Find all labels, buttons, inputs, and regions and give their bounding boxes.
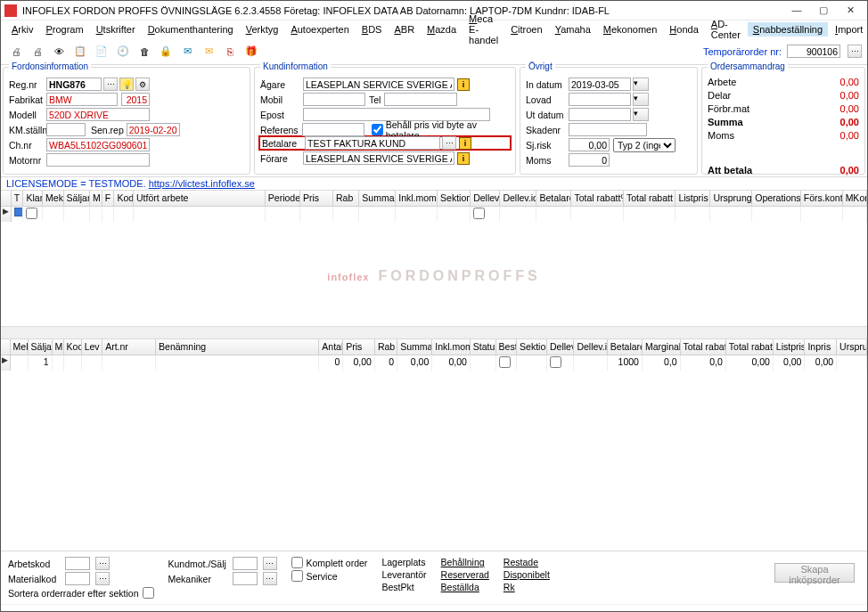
parts-col-inklmoms[interactable]: Inkl.moms bbox=[432, 339, 471, 355]
parts-col-dellev[interactable]: Dellev bbox=[547, 339, 574, 355]
work-col-sljare[interactable]: Säljare bbox=[64, 191, 90, 206]
betalare-info-button[interactable]: i bbox=[459, 137, 471, 150]
footer-behållning[interactable]: Behållning bbox=[441, 557, 485, 567]
work-col-klar[interactable]: Klar bbox=[23, 191, 43, 206]
work-col-mkor[interactable]: MKor bbox=[843, 191, 867, 206]
work-col-perioder[interactable]: Perioder bbox=[266, 191, 300, 206]
agare-info-button[interactable]: i bbox=[457, 78, 470, 91]
parts-col-antal[interactable]: Antal bbox=[319, 339, 343, 355]
work-col-sektion[interactable]: Sektion bbox=[438, 191, 471, 206]
materialkod-lookup[interactable]: ⋯ bbox=[95, 572, 110, 585]
work-col-mek[interactable]: Mek bbox=[43, 191, 64, 206]
menu-citroen[interactable]: Citroen bbox=[505, 22, 547, 37]
work-col-dellevid[interactable]: Dellev.id bbox=[500, 191, 536, 206]
temporder-lookup-button[interactable]: ⋯ bbox=[848, 45, 862, 58]
work-col-m[interactable]: M bbox=[90, 191, 102, 206]
work-col-f[interactable]: F bbox=[102, 191, 115, 206]
parts-col-dellevid[interactable]: Dellev.id bbox=[574, 339, 607, 355]
betalare-lookup-button[interactable]: ⋯ bbox=[442, 136, 456, 150]
arbetskod-lookup[interactable]: ⋯ bbox=[95, 557, 110, 570]
parts-col-sljare[interactable]: Säljare bbox=[29, 339, 53, 355]
parts-col-listpris[interactable]: Listpris bbox=[774, 339, 806, 355]
sjrisk-type-select[interactable]: Typ 2 (inger bbox=[613, 138, 676, 152]
lovad-picker-button[interactable]: ▾ bbox=[633, 93, 649, 106]
menu-utskrifter[interactable]: Utskrifter bbox=[91, 22, 141, 37]
menu-bds[interactable]: BDS bbox=[356, 22, 388, 37]
footer-rk[interactable]: Rk bbox=[504, 582, 515, 592]
sortera-checkbox[interactable] bbox=[143, 587, 154, 599]
footer-restade[interactable]: Restade bbox=[504, 557, 538, 567]
menu-verktyg[interactable]: Verktyg bbox=[241, 22, 284, 37]
parts-col-m[interactable]: M bbox=[53, 339, 64, 355]
menu-snabbeställning[interactable]: Snabbeställning bbox=[748, 22, 828, 37]
work-col-frskonto[interactable]: Förs.konto bbox=[801, 191, 843, 206]
moms-input[interactable] bbox=[569, 153, 610, 167]
mail-icon[interactable]: ✉ bbox=[199, 42, 218, 61]
mekaniker-input[interactable] bbox=[233, 572, 258, 585]
package-icon[interactable]: 🎁 bbox=[242, 42, 261, 61]
close-button[interactable]: ✕ bbox=[837, 2, 864, 20]
work-col-kod[interactable]: Kod bbox=[114, 191, 134, 206]
parts-col-mek[interactable]: Mek bbox=[11, 339, 29, 355]
lock-icon[interactable]: 🔒 bbox=[156, 42, 176, 61]
work-col-ursprung[interactable]: Ursprung bbox=[710, 191, 752, 206]
menu-yamaha[interactable]: Yamaha bbox=[550, 22, 596, 37]
referens-input[interactable] bbox=[302, 123, 364, 136]
work-col-t[interactable]: T bbox=[12, 191, 24, 206]
mobil-input[interactable] bbox=[303, 93, 365, 106]
modell-input[interactable] bbox=[46, 108, 150, 121]
parts-col-rab[interactable]: Rab bbox=[375, 339, 397, 355]
menu-mekonomen[interactable]: Mekonomen bbox=[598, 22, 663, 37]
tel-input[interactable] bbox=[384, 93, 457, 106]
menu-autoexperten[interactable]: Autoexperten bbox=[285, 22, 354, 37]
komplett-checkbox[interactable] bbox=[291, 557, 303, 568]
regnr-bulb-icon[interactable]: 💡 bbox=[119, 78, 134, 91]
work-col-totalrabattkr[interactable]: Total rabatt kr bbox=[624, 191, 676, 206]
work-col-pris[interactable]: Pris bbox=[300, 191, 333, 206]
fabrikat-input[interactable] bbox=[46, 93, 118, 106]
materialkod-input[interactable] bbox=[65, 572, 90, 585]
parts-col-pris[interactable]: Pris bbox=[343, 339, 375, 355]
regnr-input[interactable] bbox=[46, 78, 102, 91]
betalare-input[interactable] bbox=[305, 136, 440, 150]
lovad-input[interactable] bbox=[569, 93, 631, 106]
parts-col-lev[interactable]: Lev bbox=[82, 339, 103, 355]
work-col-totalrabatt[interactable]: Total rabatt% bbox=[571, 191, 623, 206]
forare-info-button[interactable]: i bbox=[457, 152, 470, 165]
menu-abr[interactable]: ABR bbox=[389, 22, 420, 37]
parts-col-benmning[interactable]: Benämning bbox=[156, 339, 319, 355]
kmstalln-input[interactable] bbox=[46, 123, 86, 136]
parts-col-best[interactable]: Best bbox=[496, 339, 518, 355]
parts-col-totalrabattkr[interactable]: Total rabatt kr bbox=[726, 339, 774, 355]
service-checkbox[interactable] bbox=[291, 570, 303, 582]
copy-icon[interactable]: 📋 bbox=[70, 42, 90, 61]
maximize-button[interactable]: ▢ bbox=[810, 2, 837, 20]
regnr-gear-icon[interactable]: ⚙ bbox=[135, 78, 150, 91]
work-col-inklmoms[interactable]: Inkl.moms bbox=[396, 191, 438, 206]
footer-beställda[interactable]: Beställda bbox=[441, 582, 479, 592]
parts-col-summa[interactable]: Summa bbox=[397, 339, 432, 355]
work-col-utfrtarbete[interactable]: Utfört arbete bbox=[134, 191, 266, 206]
footer-disponibelt[interactable]: Disponibelt bbox=[504, 569, 550, 580]
menu-ad-center[interactable]: AD-Center bbox=[706, 17, 746, 42]
menu-program[interactable]: Program bbox=[40, 22, 88, 37]
skadenr-input[interactable] bbox=[569, 123, 647, 136]
work-col-rab[interactable]: Rab bbox=[333, 191, 359, 206]
history-icon[interactable]: 🕘 bbox=[113, 42, 133, 61]
parts-col-kod[interactable]: Kod bbox=[64, 339, 82, 355]
senrep-input[interactable] bbox=[127, 123, 180, 136]
motornr-input[interactable] bbox=[46, 153, 150, 167]
parts-col-sektion[interactable]: Sektion bbox=[517, 339, 547, 355]
utdatum-input[interactable] bbox=[569, 108, 631, 121]
agare-input[interactable] bbox=[303, 78, 454, 91]
chnr-input[interactable] bbox=[46, 138, 150, 151]
parts-col-totalrabatt[interactable]: Total rabatt% bbox=[681, 339, 726, 355]
menu-mazda[interactable]: Mazda bbox=[422, 22, 462, 37]
year-input[interactable] bbox=[121, 93, 150, 106]
parts-col-ursprur[interactable]: Ursprur bbox=[837, 339, 867, 355]
forare-input[interactable] bbox=[303, 151, 454, 165]
menu-honda[interactable]: Honda bbox=[664, 22, 703, 37]
menu-dokumenthantering[interactable]: Dokumenthantering bbox=[143, 22, 239, 37]
menu-import[interactable]: Import bbox=[830, 22, 868, 37]
work-grid-row[interactable]: ▶ bbox=[1, 207, 867, 222]
